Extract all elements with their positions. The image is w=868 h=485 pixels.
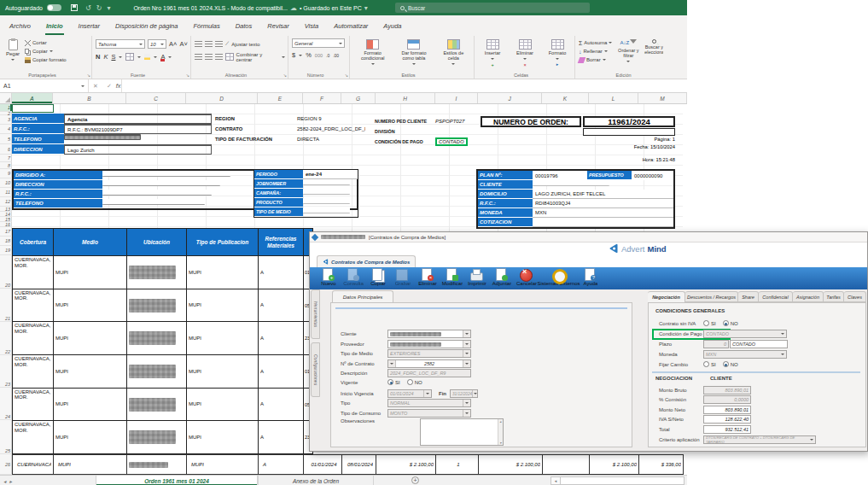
tipo-publicacion-cell[interactable]: MUPI	[187, 289, 259, 323]
row-header[interactable]: 10	[0, 178, 12, 188]
ubicacion-cell[interactable]	[127, 322, 187, 355]
column-header[interactable]: J	[478, 93, 542, 103]
undo-icon[interactable]: ↺	[85, 4, 91, 12]
row-value-cell[interactable]	[303, 207, 350, 213]
font-size-select[interactable]: 10	[148, 39, 166, 49]
row-value-cell[interactable]: LAGO ZURICH, EDIF TELCEL	[533, 190, 673, 199]
amount-field[interactable]: 803.890,01	[703, 406, 751, 414]
align-left-icon[interactable]	[195, 54, 202, 60]
sheet-row[interactable]: CONTRATO 2582-2024_FDRC_LOC_DF_R9	[213, 124, 365, 134]
contrato-spinner[interactable]: 2582	[387, 359, 471, 368]
sheet-nav-left-icon[interactable]: ◂	[3, 478, 6, 484]
medio-cell[interactable]: MUPI	[54, 421, 127, 454]
column-header[interactable]: A	[12, 93, 53, 103]
sheet-cell[interactable]: 1	[436, 454, 479, 475]
orientation-icon[interactable]: ⟋	[225, 41, 229, 47]
saved-caret-icon[interactable]: ▾	[364, 4, 368, 12]
column-header[interactable]: L	[589, 93, 638, 103]
currency-button[interactable]: $	[292, 51, 295, 59]
sheet-tab[interactable]: Orden 1961 mes 01 2024	[96, 476, 258, 485]
row-header[interactable]: 20	[0, 255, 12, 289]
toolbar-button[interactable]: Nuevo	[315, 268, 340, 286]
sheet-cell[interactable]: $ 2.100,00	[590, 454, 639, 475]
table-header-cell[interactable]: Referencias Materiales	[259, 228, 304, 256]
borders-icon[interactable]	[125, 53, 134, 61]
row-value-cell[interactable]	[303, 179, 350, 185]
row-header[interactable]: 3	[0, 115, 12, 125]
menu-tab[interactable]: Fórmulas	[185, 15, 227, 36]
sheet-cell[interactable]: CUERNAVACA, MOR.	[13, 454, 54, 475]
sheet-nav-right-icon[interactable]: ▸	[9, 478, 12, 484]
amount-field[interactable]: 803.890,01	[703, 386, 751, 394]
side-panel-tab[interactable]: Configuraciones	[311, 342, 320, 397]
row-header[interactable]: 4	[0, 125, 12, 134]
referencias-cell[interactable]: A	[259, 322, 304, 355]
cambio-no-radio[interactable]	[723, 361, 729, 367]
toolbar-button[interactable]: Copiar	[364, 268, 389, 286]
horizontal-scrollbar[interactable]: ◂	[551, 476, 684, 485]
right-tab[interactable]: Negociación	[648, 291, 685, 302]
plazo-text-field[interactable]: CONTADO	[730, 340, 788, 348]
menu-tab[interactable]: Automatizar	[326, 15, 376, 36]
sheet-cell[interactable]	[543, 454, 590, 475]
toolbar-button[interactable]: Eliminar	[414, 268, 439, 286]
row-label-cell[interactable]: CAMPAÑA:	[254, 189, 303, 198]
right-tab[interactable]: Descuentos / Recargos	[685, 291, 738, 302]
delete-cells-button[interactable]: Eliminar	[510, 38, 539, 70]
ubicacion-cell[interactable]	[127, 355, 187, 389]
sheet-cell[interactable]: A	[259, 454, 304, 475]
medio-cell[interactable]: MUPI	[54, 289, 127, 323]
referencias-cell[interactable]: A	[259, 289, 304, 323]
column-header[interactable]: B	[53, 93, 126, 103]
name-box[interactable]: A1	[0, 79, 89, 92]
row-value-cell[interactable]: REGION 9	[294, 114, 365, 124]
amount-field[interactable]: 932.512,41	[703, 425, 751, 434]
medio-cell[interactable]: MUPI	[54, 322, 127, 355]
sheet-cell[interactable]: $ 2.100,00	[479, 454, 543, 475]
bold-button[interactable]: N	[96, 53, 100, 61]
tipo-publicacion-cell[interactable]: MUPI	[187, 389, 259, 422]
menu-tab[interactable]: Datos	[228, 15, 260, 36]
cobertura-cell[interactable]: CUERNAVACA, MOR.	[13, 256, 54, 289]
sheet-row[interactable]: PRODUCTO	[254, 198, 358, 207]
row-value-cell[interactable]	[303, 198, 350, 204]
plan-value[interactable]: 00019796	[533, 171, 587, 180]
row-label-cell[interactable]: TELEFONO	[14, 199, 102, 208]
alignment-launcher-icon[interactable]: ↘	[283, 73, 287, 78]
tipo-publicacion-cell[interactable]: MUPI	[187, 355, 259, 389]
align-right-icon[interactable]	[215, 54, 223, 60]
medio-cell[interactable]: MUPI	[54, 256, 127, 289]
menu-tab[interactable]: Disposición de página	[108, 15, 185, 36]
tipo-publicacion-cell[interactable]: MUPI	[187, 256, 259, 289]
fill-button[interactable]: ↓Rellenar	[579, 47, 612, 56]
merge-center-button[interactable]: Combinar y centrar	[236, 52, 279, 62]
row-header[interactable]: 7	[0, 155, 12, 162]
clipboard-launcher-icon[interactable]: ↘	[87, 73, 90, 78]
row-value-cell[interactable]	[533, 180, 609, 186]
row-value-cell[interactable]: MXN	[533, 208, 673, 218]
search-box[interactable]: Buscar	[395, 3, 590, 13]
number-launcher-icon[interactable]: ↘	[345, 73, 348, 78]
row-label-cell[interactable]: CONTRATO	[213, 124, 294, 134]
table-header-cell[interactable]: Cobertura	[13, 228, 54, 256]
sheet-row[interactable]: DIVISIÓN	[373, 126, 477, 137]
column-header[interactable]: F	[303, 93, 341, 103]
align-center-icon[interactable]	[205, 54, 213, 60]
cell-styles-button[interactable]: Estilos de celda	[436, 38, 471, 70]
format-painter-button[interactable]: Copiar formato	[25, 56, 67, 64]
thousands-button[interactable]: 000	[315, 53, 323, 58]
menu-tab[interactable]: Insertar	[71, 15, 108, 36]
cancel-entry-icon[interactable]: ✕	[93, 83, 98, 90]
sheet-row[interactable]: DIRECCION Lago Zurich	[12, 144, 212, 155]
scroll-track[interactable]	[561, 476, 684, 485]
iva-no-radio[interactable]	[723, 320, 729, 326]
toolbar-button[interactable]: Adjuntar	[488, 268, 513, 286]
cut-button[interactable]: Cortar	[25, 38, 67, 47]
row-value-cell[interactable]: RDI841003QJ4	[533, 199, 673, 208]
menu-tab[interactable]: Inicio	[38, 15, 71, 36]
format-cells-button[interactable]: Formato	[543, 38, 572, 70]
align-top-icon[interactable]	[195, 41, 202, 47]
numero-orden-value-box[interactable]: 11961/2024	[583, 116, 675, 127]
row-label-cell[interactable]: CONDICIÓN DE PAGO	[373, 137, 433, 147]
row-header[interactable]: 26	[0, 454, 12, 475]
